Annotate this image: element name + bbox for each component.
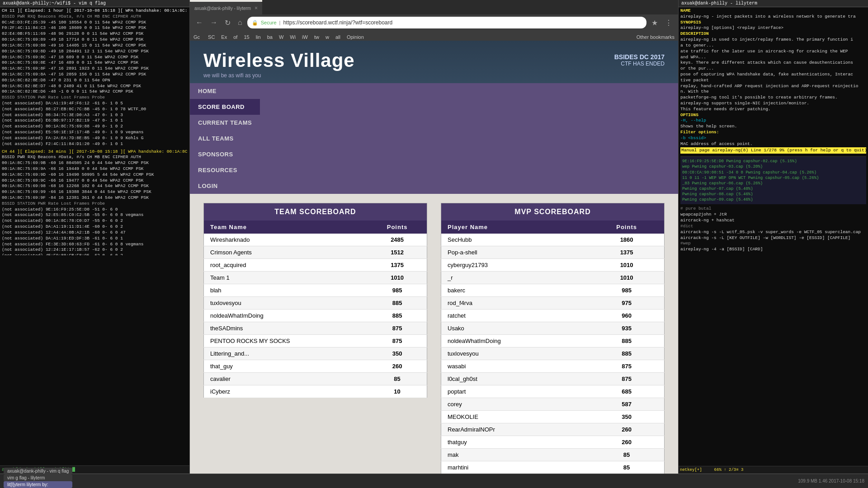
bookmark-item[interactable]: 15 — [241, 33, 252, 41]
bookmark-star[interactable]: ★ — [649, 18, 660, 28]
tabs-container: axuak@dank-philly:~/vif...×vim-q flag - … — [190, 0, 262, 14]
nav-item-all-teams[interactable]: ALL TEAMS — [190, 131, 260, 146]
player-points: 875 — [589, 360, 664, 373]
mvp-score-table: MVP SCOREBOARD Player Name Points SecHub… — [441, 203, 665, 474]
bookmark-item[interactable]: of — [231, 33, 240, 41]
bookmark-item[interactable]: all — [333, 33, 343, 41]
player-points: 685 — [589, 385, 664, 398]
terminal-line: This feature needs driver patching. — [680, 107, 866, 113]
taskbar-item[interactable]: lit[l]yterm lilyterm by: — [4, 481, 72, 488]
player-points: 985 — [589, 284, 664, 297]
home-button[interactable]: ⌂ — [236, 18, 245, 28]
table-row: rod_f4rva975 — [441, 297, 665, 310]
terminal-line: BSSID PWR RXQ Beacons #Data, #/s CH MB E… — [2, 155, 188, 160]
forward-button[interactable]: → — [208, 18, 220, 28]
terminal-line: Pwning capshur-07.cap (5.40%) — [682, 186, 864, 192]
bookmark-item[interactable]: SC — [205, 33, 217, 41]
bookmark-item[interactable]: w — [323, 33, 332, 41]
terminal-right: axuak@dank-philly - lilyterm NAME airepl… — [678, 0, 868, 474]
nav-item-score-board[interactable]: SCORE BOARD — [190, 99, 260, 115]
table-row: Usako935 — [441, 322, 665, 335]
nav-item-sponsors[interactable]: SPONSORS — [190, 146, 260, 162]
player-name: cyberguy21793 — [441, 259, 590, 272]
team-scoreboard: TEAM SCOREBOARD Team Name Points Wiresha… — [203, 203, 427, 474]
table-row: Team 11010 — [204, 272, 427, 284]
terminal-line: and WPA... — [680, 55, 866, 61]
nav-item-home[interactable]: HOME — [190, 83, 260, 99]
reload-button[interactable]: ↻ — [222, 18, 233, 28]
player-points: 1010 — [589, 259, 664, 272]
terminal-line: 00:1A:8C:75:69:8E -47 16 489 0 0 11 54e … — [2, 60, 188, 66]
terminal-line: pose of capturing WPA handshake data, fa… — [680, 72, 866, 78]
terminal-line: NAME — [680, 8, 866, 14]
team-name: iCyberz — [204, 385, 368, 398]
bookmark-item[interactable]: W — [276, 33, 286, 41]
address-bar[interactable]: 🔒 Secure | https://scoreboard.wctf.ninja… — [247, 17, 646, 28]
table-row: poptart685 — [441, 385, 665, 398]
terminal-line: packetforge-ng tool it's possible to cre… — [680, 95, 866, 101]
table-row: Littering_and...350 — [204, 347, 427, 360]
terminal-line: -b <bssid> — [680, 136, 866, 141]
bookmark-item[interactable]: Ex — [218, 33, 230, 41]
apps-label[interactable]: Gc — [193, 34, 200, 40]
player-name: rod_f4rva — [441, 297, 590, 310]
terminal-line: Shows the help screen. — [680, 124, 866, 130]
bookmark-item[interactable]: tw — [311, 33, 322, 41]
terminal-line: 9E:16:F9:25:5E:D0 Pwning capshur-02.cap … — [682, 159, 864, 164]
terminal-line: #dict — [680, 224, 866, 230]
player-name: corey — [441, 398, 590, 411]
back-button[interactable]: ← — [193, 18, 205, 28]
bookmark-item[interactable]: Wi — [287, 33, 298, 41]
ssl-lock-icon: 🔒 — [252, 20, 258, 26]
browser-content[interactable]: axuak@dank-philly:~/vif...×vim-q flag - … — [190, 0, 678, 474]
table-row: thatguy260 — [441, 436, 665, 449]
taskbar-item[interactable]: axuak@dank-philly - vim q flag — [4, 468, 72, 474]
taskbar-item[interactable]: vim g flag - lilyterm — [4, 474, 72, 481]
bookmark-item[interactable]: lin — [253, 33, 264, 41]
terminal-line: 00:1A:8C:75:69:98 -68 16 12268 102 0 44 … — [2, 183, 188, 189]
terminal-line: aireplay-ng -4 -a [BSSID] [CARD] — [680, 247, 866, 253]
table-row: l0cal_gh0st875 — [441, 373, 665, 385]
terminal-line: SYNOPSIS — [680, 20, 866, 26]
terminal-right-script-lines: # pure butalwpapcap2john + JtRaircrack-n… — [680, 206, 866, 253]
player-name: Pop-a-shell — [441, 246, 590, 259]
player-name: MEOKOLIE — [441, 411, 590, 423]
terminal-line: (not associated) F2:4C:11:84:D1:20 -49 0… — [2, 141, 188, 147]
player-name: wasabi — [441, 360, 590, 373]
team-name: theSADmins — [204, 322, 368, 335]
bookmark-item[interactable]: Opinion — [344, 33, 367, 41]
terminal-line: wpapcap2john + JtR — [680, 212, 866, 218]
bookmark-item[interactable]: iW — [299, 33, 311, 41]
mvp-rows: SecHubb1860Pop-a-shell1375cyberguy217931… — [441, 234, 665, 474]
terminal-line: 00:1A:8C:75:69:99 -66 16 19388 3844 0 44… — [2, 189, 188, 195]
terminal-line: (not associated) DA:A1:19:4F:F6:12 -61 0… — [2, 101, 188, 107]
bookmark-item[interactable]: ba — [264, 33, 275, 41]
terminal-line: 00:1A:8C:75:69:9C -66 16 19477 0 0 44 54… — [2, 178, 188, 184]
terminal-line: aircrack-ng -s -L wctf_05.psk -v super_w… — [680, 230, 866, 235]
table-row: Crimson Agents1512 — [204, 246, 427, 259]
event-name: BSIDES DC 2017 — [614, 53, 665, 61]
team-points: 875 — [368, 322, 427, 335]
team-points: 885 — [368, 297, 427, 310]
nav-item-current-teams[interactable]: CURRENT TEAMS — [190, 115, 260, 131]
team-name: Wiresharknado — [204, 234, 368, 246]
terminal-line: _03 Pwning capshur-06.cap (5.26%) — [682, 181, 864, 186]
terminal-line: # pure butal — [680, 206, 866, 212]
team-points: 260 — [368, 360, 427, 373]
team-points: 350 — [368, 347, 427, 360]
nav-item-login[interactable]: LOGIN — [190, 178, 260, 194]
player-points: 85 — [589, 461, 664, 474]
table-row: PENTOO ROCKS MY SOCKS875 — [204, 335, 427, 347]
terminal-line: 00:1A:8C:82:8E:D8 -47 0 231 0 0 11 54e O… — [2, 78, 188, 84]
player-points: 85 — [589, 449, 664, 461]
nav-item-resources[interactable]: RESOURCES — [190, 162, 260, 178]
team-points: 1010 — [368, 272, 427, 284]
mvp-scoreboard: MVP SCOREBOARD Player Name Points SecHub… — [441, 203, 665, 474]
browser-tab[interactable]: axuak@dank-philly - lilyterm× — [190, 2, 262, 14]
terminal-line: OPTIONS — [680, 113, 866, 118]
terminal-line: aireplay-ng is used to inject/replay fra… — [680, 37, 866, 43]
menu-dots[interactable]: ⋮ — [663, 18, 675, 28]
player-points: 260 — [589, 436, 664, 449]
wv-title: Wireless Village — [203, 50, 665, 71]
other-bookmarks[interactable]: Other bookmarks — [637, 34, 675, 40]
